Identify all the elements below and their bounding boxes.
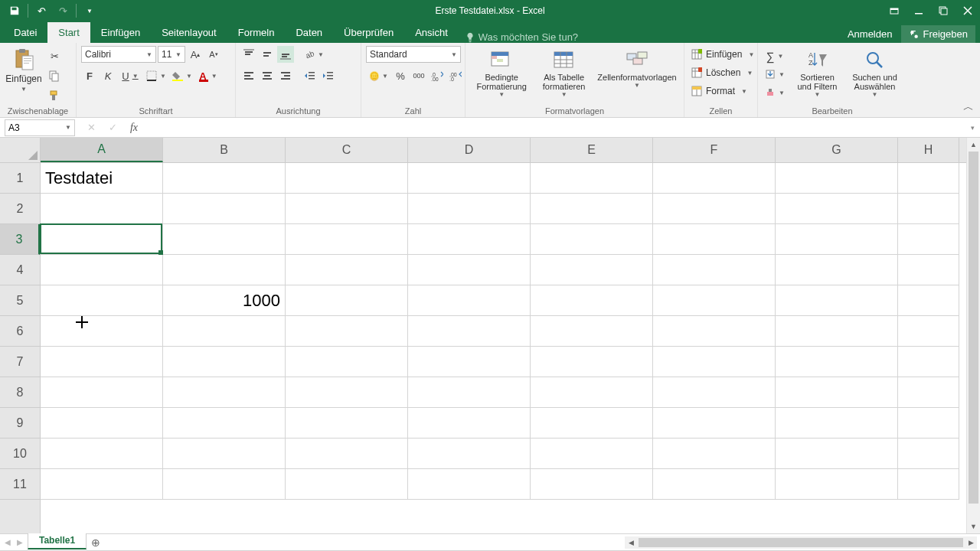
cell-G10[interactable]: [776, 439, 898, 469]
horizontal-scroll-thumb[interactable]: [639, 538, 963, 547]
tab-insert[interactable]: Einfügen: [90, 22, 151, 43]
scroll-down-icon[interactable]: ▼: [967, 520, 980, 533]
cell-E2[interactable]: [531, 194, 653, 224]
borders-icon[interactable]: ▼: [144, 67, 168, 84]
row-header-4[interactable]: 4: [0, 255, 40, 285]
cell-C9[interactable]: [286, 408, 408, 439]
cell-C8[interactable]: [286, 377, 408, 408]
cell-G2[interactable]: [776, 194, 898, 224]
select-all-button[interactable]: [0, 138, 41, 163]
cell-F6[interactable]: [653, 316, 776, 347]
cell-A8[interactable]: [41, 377, 163, 408]
row-header-9[interactable]: 9: [0, 408, 40, 439]
cell-H2[interactable]: [898, 194, 959, 224]
cell-G11[interactable]: [776, 469, 898, 500]
cell-D5[interactable]: [408, 285, 531, 316]
row-header-6[interactable]: 6: [0, 316, 40, 347]
cell-B8[interactable]: [163, 377, 286, 408]
cell-A4[interactable]: [41, 255, 163, 285]
cell-B1[interactable]: [163, 163, 286, 194]
save-icon[interactable]: [5, 2, 24, 20]
cell-D4[interactable]: [408, 255, 531, 285]
cell-D10[interactable]: [408, 439, 531, 469]
collapse-ribbon-icon[interactable]: ︿: [963, 100, 974, 114]
column-header-A[interactable]: A: [41, 138, 163, 162]
sheet-nav-next-icon[interactable]: ▶: [17, 538, 23, 546]
cell-C5[interactable]: [286, 285, 408, 316]
cell-C1[interactable]: [286, 163, 408, 194]
cell-B3[interactable]: [163, 224, 286, 255]
font-color-icon[interactable]: A▼: [196, 67, 220, 84]
sheet-nav[interactable]: ◀▶: [0, 534, 28, 550]
cell-F7[interactable]: [653, 347, 776, 377]
cell-C3[interactable]: [286, 224, 408, 255]
font-name-select[interactable]: Calibri▼: [81, 46, 156, 63]
cell-B7[interactable]: [163, 347, 286, 377]
row-header-5[interactable]: 5: [0, 285, 40, 316]
undo-icon[interactable]: ↶: [31, 2, 51, 20]
percent-icon[interactable]: %: [392, 67, 409, 84]
cell-G7[interactable]: [776, 347, 898, 377]
ribbon-display-icon[interactable]: [882, 0, 906, 21]
row-header-7[interactable]: 7: [0, 347, 40, 377]
cell-A2[interactable]: [41, 194, 163, 224]
tab-file[interactable]: Datei: [3, 22, 47, 43]
increase-decimal-icon[interactable]: ,0,00: [429, 67, 446, 84]
cell-H11[interactable]: [898, 469, 959, 500]
cell-B4[interactable]: [163, 255, 286, 285]
decrease-indent-icon[interactable]: [302, 67, 318, 84]
cell-F10[interactable]: [653, 439, 776, 469]
cell-F4[interactable]: [653, 255, 776, 285]
sheet-tab-active[interactable]: Tabelle1: [28, 533, 87, 549]
cell-D11[interactable]: [408, 469, 531, 500]
accounting-format-icon[interactable]: 🪙▼: [366, 67, 390, 84]
row-header-2[interactable]: 2: [0, 194, 40, 224]
cell-C2[interactable]: [286, 194, 408, 224]
increase-indent-icon[interactable]: [320, 67, 337, 84]
cell-D1[interactable]: [408, 163, 531, 194]
cell-E4[interactable]: [531, 255, 653, 285]
cell-B5[interactable]: 1000: [163, 285, 286, 316]
align-top-icon[interactable]: [240, 46, 257, 63]
cell-D7[interactable]: [408, 347, 531, 377]
find-select-button[interactable]: Suchen und Auswählen▼: [848, 46, 902, 100]
format-cells-button[interactable]: Format▼: [689, 83, 749, 99]
cell-A11[interactable]: [41, 469, 163, 500]
format-painter-icon[interactable]: [46, 87, 63, 104]
cell-H4[interactable]: [898, 255, 959, 285]
cell-F5[interactable]: [653, 285, 776, 316]
signin-link[interactable]: Anmelden: [840, 25, 900, 43]
cell-F2[interactable]: [653, 194, 776, 224]
cell-styles-button[interactable]: Zellenformatvorlagen▼: [595, 46, 679, 91]
column-header-F[interactable]: F: [653, 138, 776, 162]
redo-icon[interactable]: ↷: [53, 2, 73, 20]
cell-G1[interactable]: [776, 163, 898, 194]
scroll-right-icon[interactable]: ▶: [965, 536, 977, 549]
cell-C6[interactable]: [286, 316, 408, 347]
bold-button[interactable]: F: [81, 67, 98, 84]
name-box[interactable]: A3▼: [5, 119, 75, 136]
cell-H6[interactable]: [898, 316, 959, 347]
cell-A10[interactable]: [41, 439, 163, 469]
decrease-decimal-icon[interactable]: ,00,0: [447, 67, 464, 84]
align-bottom-icon[interactable]: [277, 46, 294, 63]
sheet-nav-prev-icon[interactable]: ◀: [5, 538, 11, 546]
cell-A1[interactable]: Testdatei: [41, 163, 163, 194]
italic-button[interactable]: K: [100, 67, 116, 84]
formula-input[interactable]: [144, 119, 965, 136]
horizontal-scrollbar[interactable]: ◀ ▶: [625, 536, 977, 549]
insert-function-icon[interactable]: fx: [124, 119, 144, 136]
cell-B10[interactable]: [163, 439, 286, 469]
column-header-B[interactable]: B: [163, 138, 286, 162]
tab-home[interactable]: Start: [47, 22, 90, 43]
cell-H8[interactable]: [898, 377, 959, 408]
conditional-formatting-button[interactable]: Bedingte Formatierung▼: [470, 46, 533, 100]
cell-G6[interactable]: [776, 316, 898, 347]
cell-E10[interactable]: [531, 439, 653, 469]
cell-G5[interactable]: [776, 285, 898, 316]
expand-formula-bar-icon[interactable]: ▾: [965, 124, 980, 132]
cell-C7[interactable]: [286, 347, 408, 377]
share-button[interactable]: Freigeben: [901, 25, 975, 43]
cell-F1[interactable]: [653, 163, 776, 194]
cell-F8[interactable]: [653, 377, 776, 408]
